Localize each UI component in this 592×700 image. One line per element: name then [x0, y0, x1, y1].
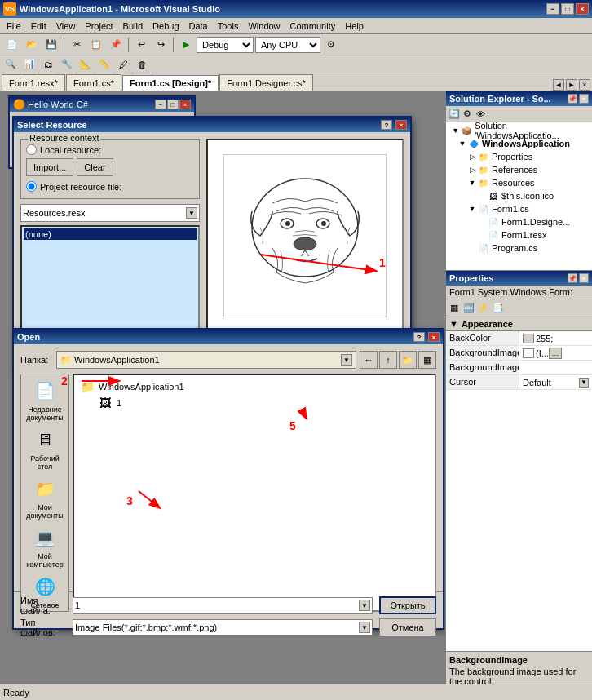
folder-combo[interactable]: 📁 WindowsApplication1 ▼: [56, 351, 356, 369]
bgimage-ellipsis-button[interactable]: …: [549, 348, 562, 359]
filetype-combo[interactable]: Image Files(*.gif;*.bmp;*.wmf;*.png) ▼: [73, 619, 373, 636]
cursor-value[interactable]: Default ▼: [519, 375, 592, 389]
menu-edit[interactable]: Edit: [26, 20, 51, 33]
tree-item-project[interactable]: ▼ 🔷 WindowsApplication: [448, 137, 590, 150]
hw-minimize[interactable]: −: [155, 100, 166, 109]
clear-button[interactable]: Clear: [77, 158, 113, 176]
tree-item-form1resx[interactable]: 📄 Form1.resx: [448, 228, 590, 241]
cpu-mode-select[interactable]: Any CPU: [255, 37, 320, 53]
cancel-file-button[interactable]: Отмена: [379, 618, 436, 636]
resource-list[interactable]: (none): [20, 225, 200, 332]
icon-file-icon: 🖼: [487, 189, 500, 202]
tab-form1-cs[interactable]: Form1.cs*: [66, 74, 121, 91]
se-pin-button[interactable]: 📌: [568, 94, 577, 104]
tab-form1-resx[interactable]: Form1.resx*: [2, 74, 65, 91]
open-file-button[interactable]: Открыть: [379, 596, 436, 614]
tree-item-form1designer[interactable]: 📄 Form1.Designe...: [448, 215, 590, 228]
hw-maximize[interactable]: □: [167, 100, 179, 109]
new-folder-button[interactable]: 📁: [399, 351, 417, 369]
menu-help[interactable]: Help: [340, 20, 369, 33]
tree-item-programcs[interactable]: 📄 Program.cs: [448, 241, 590, 255]
tb2-btn8[interactable]: 🗑: [133, 55, 151, 73]
file-item-1[interactable]: 🖼 1: [77, 395, 431, 411]
tb2-btn3[interactable]: 🗂: [39, 55, 57, 73]
close-button[interactable]: ×: [576, 3, 589, 15]
cut-button[interactable]: ✂: [68, 36, 86, 54]
menu-build[interactable]: Build: [118, 20, 148, 33]
resource-list-item-none[interactable]: (none): [24, 228, 197, 240]
se-showall-button[interactable]: 👁: [474, 108, 487, 121]
tree-item-references[interactable]: ▷ 📁 References: [448, 163, 590, 176]
project-file-combo[interactable]: Resources.resx ▼: [20, 204, 200, 222]
sidebar-recent-docs[interactable]: 📄 Недавние документы: [24, 376, 65, 423]
menu-data[interactable]: Data: [184, 20, 213, 33]
props-pin-button[interactable]: 📌: [568, 273, 577, 283]
bgimagetile-value[interactable]: [519, 361, 592, 374]
menu-debug[interactable]: Debug: [148, 20, 183, 33]
menu-tools[interactable]: Tools: [213, 20, 244, 33]
select-resource-title: Select Resource: [17, 120, 87, 130]
props-close-button[interactable]: ×: [579, 273, 589, 283]
start-button[interactable]: ▶: [177, 36, 195, 54]
nav-up-button[interactable]: ↑: [379, 351, 397, 369]
debug-mode-select[interactable]: Debug: [197, 37, 254, 53]
filename-combo[interactable]: 1 ▼: [73, 597, 373, 614]
view-toggle-button[interactable]: ▦: [418, 351, 436, 369]
tb2-btn4[interactable]: 🔧: [58, 55, 76, 73]
menu-window[interactable]: Window: [243, 20, 285, 33]
redo-button[interactable]: ↪: [152, 36, 170, 54]
hw-close[interactable]: ×: [179, 100, 191, 109]
tb2-btn7[interactable]: 🖊: [114, 55, 132, 73]
sidebar-my-computer[interactable]: 💻 Мой компьютер: [24, 523, 65, 570]
select-resource-close-btn[interactable]: ×: [395, 120, 407, 130]
file-area[interactable]: 📁 WindowsApplication1 🖼 1: [73, 374, 436, 612]
bgimage-value[interactable]: (I... …: [519, 346, 592, 360]
tree-item-form1cs[interactable]: ▼ 📄 Form1.cs: [448, 202, 590, 215]
tab-form1-design[interactable]: Form1.cs [Design]*: [122, 75, 219, 91]
tree-item-icon[interactable]: 🖼 $this.Icon.ico: [448, 189, 590, 202]
open-dialog-help-btn[interactable]: ?: [413, 332, 425, 342]
tab-form1-designer[interactable]: Form1.Designer.cs*: [219, 74, 313, 91]
tab-scroll-right[interactable]: ►: [566, 79, 577, 91]
menu-community[interactable]: Community: [285, 20, 341, 33]
nav-back-button[interactable]: ←: [360, 351, 378, 369]
tab-scroll-left[interactable]: ◄: [553, 79, 564, 91]
project-resource-radio[interactable]: [26, 181, 37, 192]
se-properties-button[interactable]: ⚙: [461, 108, 474, 121]
props-alphabetical-button[interactable]: 🔤: [462, 302, 475, 315]
props-pages-button[interactable]: 📑: [492, 302, 505, 315]
tb2-btn6[interactable]: 📏: [95, 55, 113, 73]
open-dialog-close-btn[interactable]: ×: [428, 332, 440, 342]
se-refresh-button[interactable]: 🔄: [448, 108, 461, 121]
tree-item-properties[interactable]: ▷ 📁 Properties: [448, 150, 590, 163]
sidebar-my-documents[interactable]: 📁 Мои документы: [24, 474, 65, 521]
save-button[interactable]: 💾: [42, 36, 60, 54]
tb2-btn1[interactable]: 🔍: [2, 55, 20, 73]
sidebar-desktop[interactable]: 🖥 Рабочий стол: [24, 425, 65, 472]
copy-button[interactable]: 📋: [87, 36, 105, 54]
file-item-folder[interactable]: 📁 WindowsApplication1: [77, 379, 431, 395]
minimize-button[interactable]: −: [546, 3, 559, 15]
undo-button[interactable]: ↩: [132, 36, 150, 54]
tb2-btn2[interactable]: 📊: [20, 55, 38, 73]
open-button[interactable]: 📂: [23, 36, 41, 54]
tree-item-solution[interactable]: ▼ 📦 Solution 'WindowsApplicatio...: [448, 124, 590, 137]
import-button[interactable]: Import...: [26, 158, 73, 176]
tree-item-resources[interactable]: ▼ 📁 Resources: [448, 176, 590, 189]
appearance-category[interactable]: ▼ Appearance: [446, 317, 592, 331]
select-resource-help-btn[interactable]: ?: [381, 120, 392, 130]
maximize-button[interactable]: □: [561, 3, 574, 15]
menu-view[interactable]: View: [51, 20, 81, 33]
menu-project[interactable]: Project: [80, 20, 117, 33]
backcolor-value[interactable]: 255;: [519, 331, 592, 345]
menu-file[interactable]: File: [2, 20, 26, 33]
tab-close[interactable]: ×: [579, 79, 590, 91]
paste-button[interactable]: 📌: [107, 36, 125, 54]
new-project-button[interactable]: 📄: [3, 36, 21, 54]
gear-icon[interactable]: ⚙: [322, 36, 340, 54]
tb2-btn5[interactable]: 📐: [77, 55, 95, 73]
props-events-button[interactable]: ⚡: [477, 302, 490, 315]
local-resource-radio[interactable]: [26, 144, 37, 155]
se-close-button[interactable]: ×: [579, 94, 589, 104]
props-categories-button[interactable]: ▦: [448, 302, 461, 315]
